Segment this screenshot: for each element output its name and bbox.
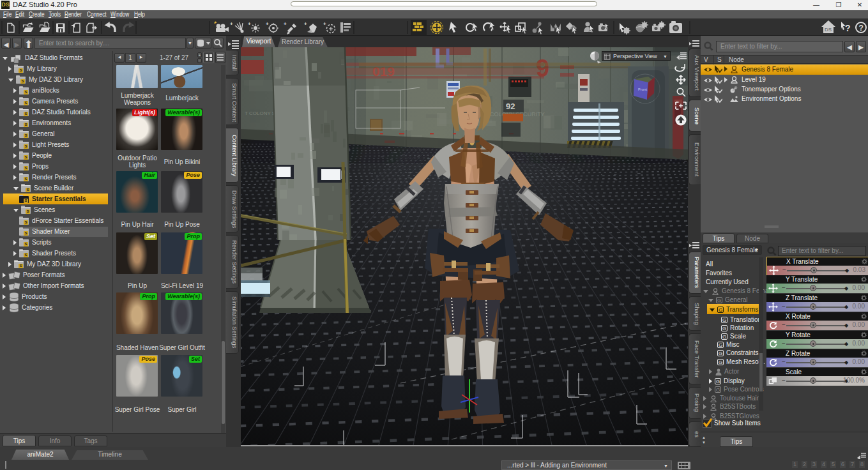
svg-text:DS: DS: [825, 27, 832, 33]
svg-text:92: 92: [506, 102, 515, 111]
svg-text:?: ?: [845, 23, 851, 33]
svg-text:+: +: [230, 21, 233, 27]
svg-text:+: +: [266, 21, 269, 27]
svg-text:Front: Front: [638, 87, 647, 91]
svg-text:+: +: [284, 21, 287, 27]
svg-text:T COLONY S: T COLONY S: [245, 110, 275, 116]
svg-text:+: +: [248, 21, 251, 27]
svg-text:019: 019: [372, 64, 395, 79]
svg-text:+: +: [214, 20, 217, 25]
svg-text:+: +: [323, 21, 326, 27]
svg-text:+: +: [304, 21, 307, 27]
svg-text:?: ?: [859, 24, 864, 33]
